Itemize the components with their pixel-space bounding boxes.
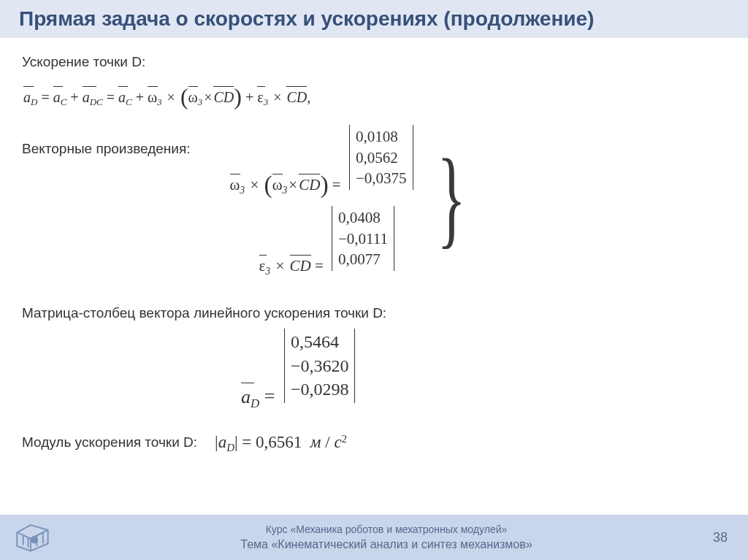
vector-product-1: ω3 × (ω3×CD) = 0,0108 0,0562 −0,0375 bbox=[230, 125, 418, 199]
page-number: 38 bbox=[713, 530, 728, 545]
m1-r1: 0,0108 bbox=[356, 126, 398, 147]
slide-content: Ускорение точки D: aD = aC + aDC = aC + … bbox=[0, 38, 748, 454]
slide-footer: Курс «Механика роботов и мехатронных мод… bbox=[0, 515, 748, 560]
aD-column-matrix: aD = 0,5464 −0,3620 −0,0298 bbox=[241, 329, 726, 410]
svg-point-0 bbox=[31, 536, 38, 543]
footer-logo-icon bbox=[12, 521, 57, 553]
section4-label: Модуль ускорения точки D: bbox=[22, 433, 197, 453]
grouping-brace bbox=[418, 147, 478, 256]
m2-r2: −0,0111 bbox=[338, 229, 388, 249]
aD-r1: 0,5464 bbox=[291, 330, 339, 353]
section2-label: Векторные произведения: bbox=[22, 125, 191, 159]
acceleration-equation: aD = aC + aDC = aC + ω3 × (ω3×CD) + ε3 ×… bbox=[23, 78, 726, 111]
vector-product-2: ε3 × CD = 0,0408 −0,0111 0,0077 bbox=[259, 206, 400, 277]
slide-title: Прямая задача о скоростях и ускорениях (… bbox=[19, 7, 729, 31]
vector-products-group: ω3 × (ω3×CD) = 0,0108 0,0562 −0,0375 bbox=[230, 125, 478, 277]
m2-r3: 0,0077 bbox=[338, 249, 381, 269]
aD-r2: −0,3620 bbox=[291, 354, 349, 377]
section1-label: Ускорение точки D: bbox=[22, 53, 726, 72]
m2-r1: 0,0408 bbox=[338, 207, 381, 228]
footer-course: Курс «Механика роботов и мехатронных мод… bbox=[69, 523, 704, 537]
aD-r3: −0,0298 bbox=[291, 377, 349, 401]
m1-r3: −0,0375 bbox=[356, 168, 407, 188]
footer-theme: Тема «Кинематический анализ и синтез мех… bbox=[69, 537, 704, 553]
title-bar: Прямая задача о скоростях и ускорениях (… bbox=[0, 0, 748, 38]
footer-text: Курс «Механика роботов и мехатронных мод… bbox=[69, 523, 704, 552]
m1-r2: 0,0562 bbox=[356, 147, 398, 168]
aD-magnitude: |aD| = 0,6561 м / с2 bbox=[215, 431, 347, 454]
section3-label: Матрица-столбец вектора линейного ускоре… bbox=[22, 304, 726, 323]
